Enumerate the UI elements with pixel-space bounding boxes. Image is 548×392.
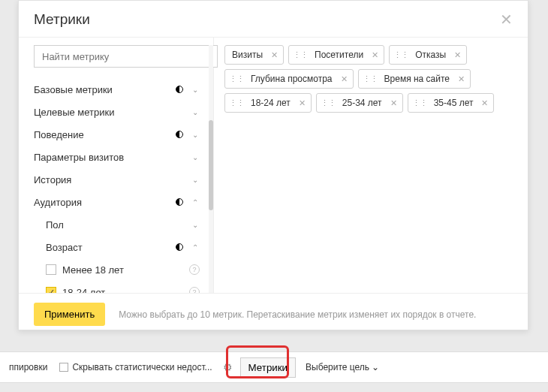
category-tree: Базовые метрики⌄ Целевые метрики⌄ Поведе… (34, 78, 206, 293)
category-goals[interactable]: Целевые метрики⌄ (34, 101, 206, 123)
category-basic[interactable]: Базовые метрики⌄ (34, 78, 206, 101)
grouping-fragment: ппировки (3, 357, 53, 378)
modal-body: Базовые метрики⌄ Целевые метрики⌄ Поведе… (19, 38, 528, 293)
search-input[interactable] (34, 45, 218, 68)
remove-icon[interactable]: ✕ (385, 98, 402, 108)
indicator-icon (176, 243, 183, 251)
chip-visitors[interactable]: ⋮⋮Посетители✕ (288, 45, 384, 65)
drag-icon[interactable]: ⋮⋮ (408, 98, 431, 108)
age-under-18[interactable]: Менее 18 лет? (34, 258, 206, 281)
chip-bounces[interactable]: ⋮⋮Отказы✕ (389, 45, 467, 65)
bottom-toolbar: ппировки Скрывать статистически недост..… (0, 351, 548, 383)
help-icon[interactable]: ? (189, 264, 200, 275)
remove-icon[interactable]: ✕ (266, 50, 283, 60)
scrollbar-thumb[interactable] (209, 120, 213, 210)
hint-text: Можно выбрать до 10 метрик. Перетаскиван… (119, 309, 476, 320)
remove-icon[interactable]: ✕ (336, 74, 353, 84)
chip-visits[interactable]: Визиты✕ (224, 45, 284, 65)
drag-icon[interactable]: ⋮⋮ (225, 98, 248, 108)
chip-depth[interactable]: ⋮⋮Глубина просмотра✕ (224, 69, 354, 89)
category-audience[interactable]: Аудитория⌃ (34, 191, 206, 213)
left-panel: Базовые метрики⌄ Целевые метрики⌄ Поведе… (19, 38, 214, 293)
drag-icon[interactable]: ⋮⋮ (390, 50, 412, 60)
chevron-down-icon: ⌄ (192, 153, 200, 161)
indicator-icon (176, 86, 183, 93)
chevron-down-icon: ⌄ (192, 131, 200, 138)
indicator-icon (176, 198, 183, 206)
category-behavior[interactable]: Поведение⌄ (34, 123, 206, 146)
gear-icon[interactable]: ⚙ (223, 361, 233, 373)
help-icon[interactable]: ? (189, 287, 200, 293)
close-icon[interactable]: ✕ (500, 12, 513, 27)
remove-icon[interactable]: ✕ (453, 74, 470, 84)
indicator-icon (176, 131, 183, 138)
checkbox-icon[interactable] (46, 264, 56, 275)
modal-footer: Применить Можно выбрать до 10 метрик. Пе… (19, 293, 528, 335)
age-18-24[interactable]: ✓18-24 лет? (34, 281, 206, 293)
chips-row-1: Визиты✕ ⋮⋮Посетители✕ ⋮⋮Отказы✕ (224, 45, 517, 65)
drag-icon[interactable]: ⋮⋮ (289, 50, 312, 60)
chip-age-35-45[interactable]: ⋮⋮35-45 лет✕ (408, 93, 495, 113)
modal-title: Метрики (34, 11, 90, 28)
remove-icon[interactable]: ✕ (476, 98, 493, 108)
checkbox-checked-icon[interactable]: ✓ (46, 287, 56, 293)
chevron-down-icon: ⌄ (192, 86, 200, 93)
drag-icon[interactable]: ⋮⋮ (359, 74, 381, 84)
metrics-button[interactable]: Метрики (240, 357, 296, 378)
category-visit-params[interactable]: Параметры визитов⌄ (34, 146, 206, 168)
chevron-down-icon: ⌄ (192, 221, 200, 228)
choose-goal-select[interactable]: Выберите цель ⌄ (299, 357, 386, 377)
chevron-up-icon: ⌃ (192, 198, 200, 206)
chip-age-18-24[interactable]: ⋮⋮18-24 лет✕ (224, 93, 312, 113)
remove-icon[interactable]: ✕ (449, 50, 466, 60)
chevron-up-icon: ⌃ (192, 243, 200, 251)
subcategory-gender[interactable]: Пол⌄ (34, 213, 206, 236)
chips-row-3: ⋮⋮18-24 лет✕ ⋮⋮25-34 лет✕ ⋮⋮35-45 лет✕ (224, 93, 517, 113)
remove-icon[interactable]: ✕ (366, 50, 384, 60)
chip-time[interactable]: ⋮⋮Время на сайте✕ (358, 69, 471, 89)
metrics-modal: Метрики ✕ Базовые метрики⌄ Целевые метри… (18, 0, 528, 330)
chevron-down-icon: ⌄ (192, 108, 200, 116)
chip-age-25-34[interactable]: ⋮⋮25-34 лет✕ (316, 93, 403, 113)
modal-header: Метрики ✕ (19, 1, 528, 38)
remove-icon[interactable]: ✕ (294, 98, 311, 108)
right-panel: Визиты✕ ⋮⋮Посетители✕ ⋮⋮Отказы✕ ⋮⋮Глубин… (214, 38, 528, 293)
hide-stat-checkbox[interactable]: Скрывать статистически недост... (53, 357, 218, 378)
chevron-down-icon: ⌄ (372, 362, 379, 372)
subcategory-age[interactable]: Возраст⌃ (34, 236, 206, 258)
drag-icon[interactable]: ⋮⋮ (317, 98, 339, 108)
checkbox-icon[interactable] (59, 363, 68, 372)
drag-icon[interactable]: ⋮⋮ (225, 74, 248, 84)
apply-button[interactable]: Применить (34, 303, 105, 326)
chips-row-2: ⋮⋮Глубина просмотра✕ ⋮⋮Время на сайте✕ (224, 69, 517, 89)
scrollbar[interactable] (209, 45, 213, 293)
chevron-down-icon: ⌄ (192, 176, 200, 183)
category-history[interactable]: История⌄ (34, 168, 206, 191)
